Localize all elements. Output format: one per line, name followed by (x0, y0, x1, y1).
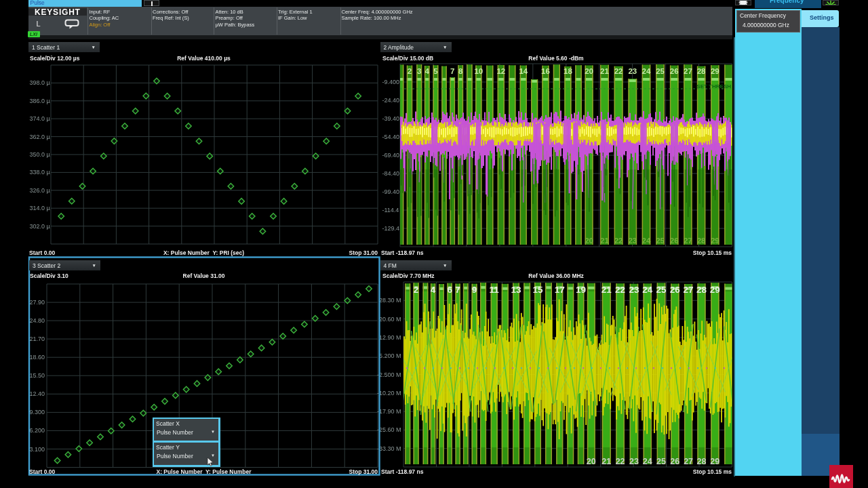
svg-text:23: 23 (629, 285, 639, 295)
svg-text:6.200: 6.200 (30, 427, 45, 434)
svg-text:29: 29 (710, 457, 719, 466)
svg-text:8: 8 (458, 67, 463, 75)
svg-text:-9.400: -9.400 (382, 79, 400, 85)
svg-text:28: 28 (697, 237, 706, 245)
svg-text:4: 4 (425, 67, 429, 75)
svg-text:22: 22 (616, 457, 625, 466)
svg-text:-84.40: -84.40 (382, 170, 400, 177)
svg-text:28.30 M: 28.30 M (379, 297, 401, 304)
svg-text:7: 7 (455, 285, 460, 295)
svg-text:27: 27 (684, 67, 692, 75)
svg-text:-17.90 M: -17.90 M (377, 408, 401, 415)
svg-text:23: 23 (629, 457, 639, 466)
svg-text:29: 29 (711, 237, 719, 245)
svg-text:26: 26 (670, 67, 679, 75)
svg-text:23: 23 (628, 237, 637, 245)
svg-text:-54.40: -54.40 (382, 134, 400, 140)
svg-text:29: 29 (711, 67, 719, 75)
svg-text:23: 23 (628, 67, 637, 75)
svg-text:6: 6 (447, 285, 452, 295)
svg-text:26: 26 (670, 457, 679, 466)
svg-text:13: 13 (511, 285, 521, 295)
svg-text:28: 28 (696, 285, 707, 295)
svg-text:24: 24 (642, 67, 651, 75)
svg-text:-2.500 M: -2.500 M (377, 371, 401, 378)
svg-text:28: 28 (697, 457, 707, 466)
svg-text:21: 21 (600, 67, 609, 75)
svg-text:20.60 M: 20.60 M (379, 316, 401, 323)
svg-text:27.90: 27.90 (30, 299, 45, 306)
svg-text:SET THRESH: SET THRESH (696, 83, 731, 89)
svg-text:21: 21 (601, 285, 612, 295)
svg-text:27: 27 (684, 237, 692, 245)
svg-text:326.0 µ: 326.0 µ (30, 187, 50, 194)
svg-text:2: 2 (414, 285, 419, 295)
svg-text:29: 29 (710, 285, 720, 295)
svg-text:21: 21 (600, 237, 609, 245)
svg-text:16: 16 (541, 67, 550, 75)
svg-text:-69.40: -69.40 (382, 152, 400, 159)
svg-text:12.90 M: 12.90 M (379, 334, 401, 341)
svg-text:28: 28 (697, 67, 706, 75)
svg-text:-39.40: -39.40 (382, 115, 400, 122)
svg-text:24.80: 24.80 (30, 317, 45, 324)
svg-text:24: 24 (642, 285, 653, 295)
svg-text:25: 25 (656, 237, 665, 245)
svg-text:3.100: 3.100 (30, 446, 45, 453)
svg-text:398.0 µ: 398.0 µ (30, 79, 50, 86)
svg-text:26: 26 (670, 285, 681, 295)
svg-text:20: 20 (585, 237, 593, 245)
svg-text:9: 9 (472, 285, 477, 295)
svg-text:10: 10 (474, 67, 483, 75)
svg-text:18: 18 (564, 67, 572, 75)
svg-text:7: 7 (450, 67, 454, 75)
svg-text:25: 25 (656, 457, 666, 466)
svg-text:14: 14 (519, 67, 528, 75)
svg-text:5.200 M: 5.200 M (379, 352, 401, 359)
svg-text:15.50: 15.50 (30, 372, 45, 379)
svg-text:12: 12 (496, 67, 505, 75)
svg-text:17: 17 (555, 285, 565, 295)
svg-text:3: 3 (417, 67, 421, 75)
svg-text:22: 22 (615, 285, 625, 295)
svg-text:-33.30 M: -33.30 M (377, 445, 401, 452)
svg-text:5: 5 (433, 67, 438, 75)
svg-text:27: 27 (684, 285, 694, 295)
svg-text:-99.40: -99.40 (382, 188, 400, 195)
svg-text:-114.4: -114.4 (382, 207, 399, 214)
svg-text:350.0 µ: 350.0 µ (30, 151, 50, 158)
svg-text:25: 25 (656, 285, 667, 295)
svg-text:20: 20 (587, 457, 596, 466)
svg-text:374.0 µ: 374.0 µ (30, 115, 50, 122)
svg-text:-25.60 M: -25.60 M (377, 426, 401, 433)
svg-text:25: 25 (656, 67, 665, 75)
svg-text:-24.40: -24.40 (382, 97, 400, 104)
svg-text:386.0 µ: 386.0 µ (30, 98, 50, 104)
svg-text:18.60: 18.60 (30, 354, 45, 361)
svg-text:9.300: 9.300 (30, 409, 45, 415)
svg-text:2: 2 (408, 67, 412, 75)
svg-text:-10.20 M: -10.20 M (377, 390, 401, 396)
svg-text:26: 26 (670, 237, 679, 245)
svg-text:314.0 µ: 314.0 µ (30, 205, 50, 211)
svg-text:21.70: 21.70 (30, 336, 45, 342)
svg-text:11: 11 (490, 285, 500, 295)
svg-text:362.0 µ: 362.0 µ (30, 134, 50, 140)
svg-text:4: 4 (431, 285, 436, 295)
svg-text:24: 24 (643, 457, 652, 466)
svg-text:22: 22 (614, 237, 623, 245)
svg-text:302.0 µ: 302.0 µ (30, 223, 50, 230)
svg-text:338.0 µ: 338.0 µ (30, 169, 50, 176)
svg-text:-129.4: -129.4 (382, 225, 400, 232)
svg-text:24: 24 (642, 237, 651, 245)
svg-text:21: 21 (601, 457, 611, 466)
svg-text:12.40: 12.40 (30, 390, 45, 397)
svg-text:19: 19 (576, 285, 586, 295)
svg-text:22: 22 (614, 67, 623, 75)
svg-text:20: 20 (585, 67, 593, 75)
svg-text:27: 27 (684, 457, 693, 466)
svg-text:15: 15 (533, 285, 544, 295)
